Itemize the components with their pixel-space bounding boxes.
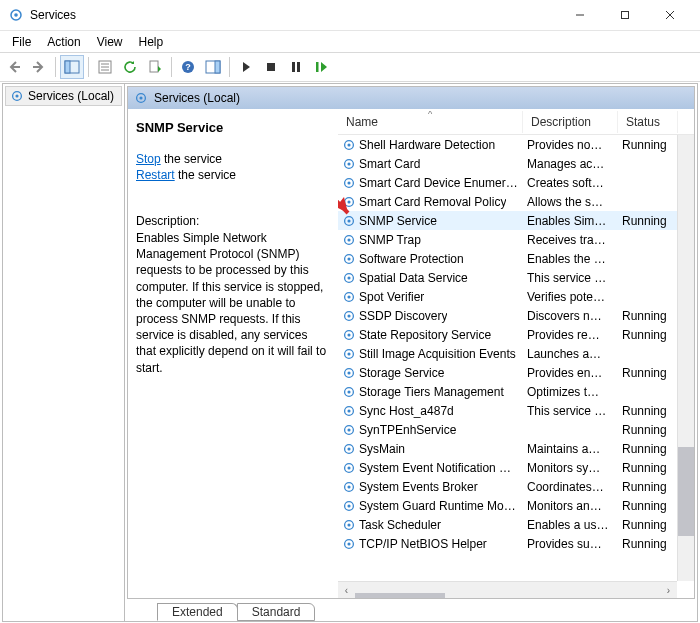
scroll-left-icon[interactable]: ‹ (338, 582, 355, 599)
gear-icon (342, 518, 356, 532)
service-desc-cell: Provides su… (525, 537, 620, 551)
forward-button[interactable] (27, 55, 51, 79)
horizontal-scrollbar[interactable]: ‹ › (338, 581, 677, 598)
svg-point-24 (139, 96, 142, 99)
service-name-cell: Sync Host_a487d (340, 404, 525, 418)
scroll-right-icon[interactable]: › (660, 582, 677, 599)
content-header: Services (Local) (128, 87, 694, 109)
service-row[interactable]: SNMP TrapReceives tra… (338, 230, 694, 249)
tab-extended[interactable]: Extended (157, 603, 238, 621)
service-name-cell: SynTPEnhService (340, 423, 525, 437)
service-name-cell: Storage Service (340, 366, 525, 380)
service-row[interactable]: System Events BrokerCoordinates…Running (338, 477, 694, 496)
svg-point-34 (347, 219, 350, 222)
vertical-scrollbar[interactable] (677, 135, 694, 581)
description-text: Enables Simple Network Management Protoc… (136, 230, 328, 376)
service-row[interactable]: TCP/IP NetBIOS HelperProvides su…Running (338, 534, 694, 553)
column-header-name[interactable]: Name ^ (338, 111, 523, 133)
svg-point-60 (347, 466, 350, 469)
svg-point-64 (347, 504, 350, 507)
service-desc-cell: Provides re… (525, 328, 620, 342)
service-desc-cell: Monitors sy… (525, 461, 620, 475)
gear-icon (342, 176, 356, 190)
service-row[interactable]: Software ProtectionEnables the … (338, 249, 694, 268)
service-name-cell: SNMP Trap (340, 233, 525, 247)
menu-view[interactable]: View (89, 33, 131, 51)
restart-link[interactable]: Restart (136, 168, 175, 182)
menu-file[interactable]: File (4, 33, 39, 51)
service-row[interactable]: Spatial Data ServiceThis service … (338, 268, 694, 287)
gear-icon (342, 233, 356, 247)
service-row[interactable]: Smart CardManages ac… (338, 154, 694, 173)
service-row[interactable]: System Event Notification S…Monitors sy…… (338, 458, 694, 477)
service-desc-cell: This service … (525, 271, 620, 285)
service-row[interactable]: SSDP DiscoveryDiscovers n…Running (338, 306, 694, 325)
service-row[interactable]: Spot VerifierVerifies pote… (338, 287, 694, 306)
service-name-cell: State Repository Service (340, 328, 525, 342)
service-row[interactable]: Storage ServiceProvides en…Running (338, 363, 694, 382)
service-name-cell: System Guard Runtime Mo… (340, 499, 525, 513)
view-tabs: Extended Standard (125, 599, 697, 621)
hscroll-thumb[interactable] (355, 593, 445, 598)
help-button[interactable]: ? (176, 55, 200, 79)
svg-rect-19 (297, 62, 300, 72)
service-row[interactable]: SysMainMaintains a…Running (338, 439, 694, 458)
svg-point-66 (347, 523, 350, 526)
stop-link[interactable]: Stop (136, 152, 161, 166)
maximize-button[interactable] (602, 1, 647, 29)
service-name-cell: SSDP Discovery (340, 309, 525, 323)
service-desc-cell: Verifies pote… (525, 290, 620, 304)
show-hide-tree-button[interactable] (60, 55, 84, 79)
close-button[interactable] (647, 1, 692, 29)
service-row[interactable]: SynTPEnhServiceRunning (338, 420, 694, 439)
properties-button[interactable] (93, 55, 117, 79)
tab-standard[interactable]: Standard (237, 603, 316, 621)
export-list-button[interactable] (143, 55, 167, 79)
tree-pane: Services (Local) (3, 84, 125, 621)
start-service-button[interactable] (234, 55, 258, 79)
tree-item-services-local[interactable]: Services (Local) (5, 86, 122, 106)
menubar: File Action View Help (0, 30, 700, 52)
service-row[interactable]: Sync Host_a487dThis service …Running (338, 401, 694, 420)
back-button[interactable] (2, 55, 26, 79)
minimize-button[interactable] (557, 1, 602, 29)
column-header-status[interactable]: Status (618, 111, 678, 133)
show-hide-action-pane-button[interactable] (201, 55, 225, 79)
svg-rect-18 (292, 62, 295, 72)
svg-point-58 (347, 447, 350, 450)
gear-icon (342, 214, 356, 228)
service-row[interactable]: System Guard Runtime Mo…Monitors an…Runn… (338, 496, 694, 515)
service-name-cell: SNMP Service (340, 214, 525, 228)
service-row[interactable]: Shell Hardware DetectionProvides no…Runn… (338, 135, 694, 154)
service-row[interactable]: Task SchedulerEnables a us…Running (338, 515, 694, 534)
service-row[interactable]: State Repository ServiceProvides re…Runn… (338, 325, 694, 344)
service-row[interactable]: Still Image Acquisition EventsLaunches a… (338, 344, 694, 363)
menu-action[interactable]: Action (39, 33, 88, 51)
restart-service-button[interactable] (309, 55, 333, 79)
service-status-cell: Running (620, 480, 680, 494)
menu-help[interactable]: Help (131, 33, 172, 51)
column-header-description[interactable]: Description (523, 111, 618, 133)
services-app-icon (8, 7, 24, 23)
service-row[interactable]: SNMP ServiceEnables Sim…Running (338, 211, 694, 230)
service-status-cell: Running (620, 366, 680, 380)
gear-icon (134, 91, 148, 105)
service-name-cell: Spot Verifier (340, 290, 525, 304)
content-heading: Services (Local) (154, 91, 240, 105)
titlebar: Services (0, 0, 700, 30)
gear-icon (342, 252, 356, 266)
service-status-cell: Running (620, 214, 680, 228)
service-row[interactable]: Storage Tiers ManagementOptimizes t… (338, 382, 694, 401)
service-name-cell: Smart Card Removal Policy (340, 195, 525, 209)
gear-icon (342, 461, 356, 475)
refresh-button[interactable] (118, 55, 142, 79)
service-row[interactable]: Smart Card Device Enumera…Creates soft… (338, 173, 694, 192)
svg-point-26 (347, 143, 350, 146)
stop-service-button[interactable] (259, 55, 283, 79)
content-pane: Services (Local) SNMP Service Stop the s… (125, 84, 697, 621)
service-row[interactable]: Smart Card Removal PolicyAllows the s… (338, 192, 694, 211)
gear-icon (342, 480, 356, 494)
svg-rect-20 (316, 62, 319, 72)
service-desc-cell: Allows the s… (525, 195, 620, 209)
pause-service-button[interactable] (284, 55, 308, 79)
